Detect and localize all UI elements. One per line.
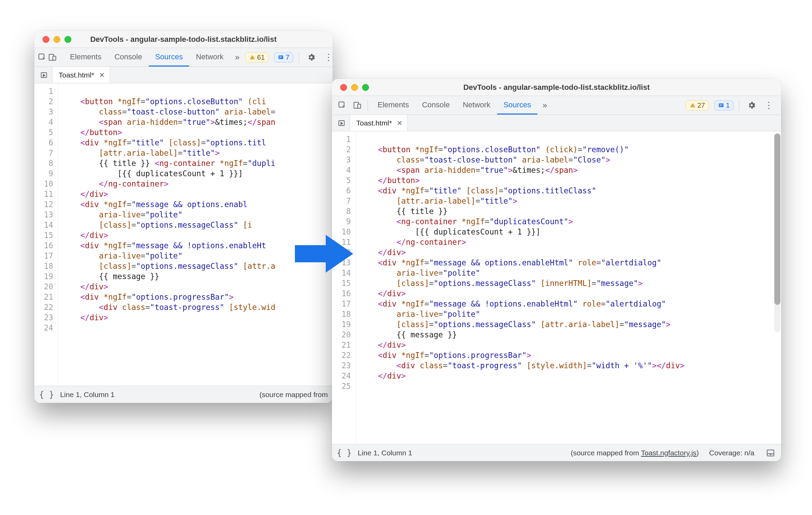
- tab-console[interactable]: Console: [416, 96, 456, 115]
- navigator-toggle-icon[interactable]: [37, 68, 51, 82]
- traffic-lights: [332, 84, 369, 91]
- tab-sources[interactable]: Sources: [497, 96, 537, 115]
- tab-console[interactable]: Console: [108, 48, 148, 67]
- cursor-position: Line 1, Column 1: [358, 449, 412, 457]
- arrow-icon: [291, 228, 357, 279]
- kebab-menu-icon[interactable]: ⋮: [762, 98, 776, 112]
- traffic-lights: [34, 36, 71, 43]
- svg-rect-11: [719, 105, 723, 105]
- tab-sources[interactable]: Sources: [149, 48, 189, 67]
- more-tabs-icon[interactable]: »: [230, 50, 244, 64]
- kebab-menu-icon[interactable]: ⋮: [322, 50, 333, 64]
- svg-rect-9: [358, 104, 361, 108]
- svg-rect-3: [278, 56, 283, 59]
- minimize-icon[interactable]: [351, 84, 358, 91]
- scrollbar[interactable]: [774, 133, 780, 332]
- code-editor[interactable]: 1234567891011121314151617181920212223242…: [332, 131, 781, 444]
- close-tab-icon[interactable]: ✕: [97, 70, 107, 80]
- coverage-label: Coverage: n/a: [709, 449, 754, 457]
- file-tab-label: Toast.html*: [59, 71, 94, 79]
- inspect-icon[interactable]: [335, 98, 349, 112]
- pretty-print-icon[interactable]: { }: [337, 448, 351, 458]
- main-toolbar: Elements Console Network Sources » 27 1 …: [332, 96, 781, 115]
- file-tab-bar: Toast.html* ✕: [332, 115, 781, 131]
- issues-badge[interactable]: 7: [274, 52, 293, 62]
- file-tab-bar: Toast.html* ✕: [34, 67, 333, 83]
- svg-rect-2: [53, 56, 56, 60]
- titlebar: DevTools - angular-sample-todo-list.stac…: [332, 79, 781, 96]
- source-mapped-label: (source mapped from: [259, 391, 328, 399]
- maximize-icon[interactable]: [362, 84, 369, 91]
- device-toggle-icon[interactable]: [350, 98, 364, 112]
- code-content[interactable]: <button *ngIf="options.closeButton" (cli…: [356, 131, 781, 444]
- devtools-window-after: DevTools - angular-sample-todo-list.stac…: [332, 79, 781, 461]
- status-bar: { } Line 1, Column 1 (source mapped from…: [332, 444, 781, 461]
- warnings-badge[interactable]: 27: [686, 100, 709, 110]
- close-tab-icon[interactable]: ✕: [395, 118, 405, 128]
- svg-rect-10: [719, 104, 724, 107]
- line-gutter: 1234567891011121314151617181920212223242…: [332, 131, 356, 444]
- svg-rect-5: [279, 58, 282, 58]
- navigator-toggle-icon[interactable]: [335, 116, 348, 130]
- warnings-badge[interactable]: 61: [246, 52, 268, 62]
- maximize-icon[interactable]: [64, 36, 71, 43]
- source-map-link[interactable]: Toast.ngfactory.js: [641, 449, 696, 457]
- gear-icon[interactable]: [304, 50, 318, 64]
- window-title: DevTools - angular-sample-todo-list.stac…: [332, 83, 781, 92]
- device-toggle-icon[interactable]: [48, 50, 57, 64]
- layout-toggle-icon[interactable]: [765, 447, 776, 459]
- cursor-position: Line 1, Column 1: [60, 391, 115, 399]
- tab-elements[interactable]: Elements: [371, 96, 415, 115]
- pretty-print-icon[interactable]: { }: [39, 390, 54, 399]
- divider: [368, 100, 368, 111]
- code-editor[interactable]: 123456789101112131415161718192021222324 …: [34, 83, 333, 386]
- source-mapped-label: (source mapped from Toast.ngfactory.js): [571, 449, 699, 457]
- close-icon[interactable]: [340, 84, 347, 91]
- more-tabs-icon[interactable]: »: [538, 98, 552, 112]
- line-gutter: 123456789101112131415161718192021222324: [34, 83, 58, 386]
- warnings-count: 27: [697, 101, 705, 109]
- divider: [299, 52, 299, 63]
- gear-icon[interactable]: [745, 98, 759, 112]
- issues-count: 1: [726, 101, 730, 109]
- main-toolbar: Elements Console Sources Network » 61 7 …: [34, 48, 333, 67]
- issues-count: 7: [286, 53, 289, 61]
- minimize-icon[interactable]: [53, 36, 60, 43]
- file-tab[interactable]: Toast.html* ✕: [350, 115, 408, 131]
- status-bar: { } Line 1, Column 1 (source mapped from: [34, 386, 333, 403]
- svg-rect-4: [279, 57, 283, 57]
- tab-network[interactable]: Network: [456, 96, 497, 115]
- close-icon[interactable]: [43, 36, 49, 43]
- inspect-icon[interactable]: [38, 50, 47, 64]
- file-tab[interactable]: Toast.html* ✕: [52, 67, 110, 83]
- panel-tabs: Elements Console Network Sources »: [371, 96, 684, 115]
- warnings-count: 61: [257, 53, 265, 61]
- file-tab-label: Toast.html*: [356, 119, 392, 127]
- tab-network[interactable]: Network: [190, 48, 230, 67]
- panel-tabs: Elements Console Sources Network »: [64, 48, 244, 67]
- issues-badge[interactable]: 1: [714, 100, 733, 110]
- svg-rect-12: [719, 106, 721, 106]
- tab-elements[interactable]: Elements: [64, 48, 108, 67]
- window-title: DevTools - angular-sample-todo-list.stac…: [34, 35, 333, 44]
- devtools-window-before: DevTools - angular-sample-todo-list.stac…: [34, 31, 333, 403]
- svg-rect-14: [767, 450, 774, 456]
- divider: [739, 100, 739, 111]
- titlebar: DevTools - angular-sample-todo-list.stac…: [34, 31, 333, 48]
